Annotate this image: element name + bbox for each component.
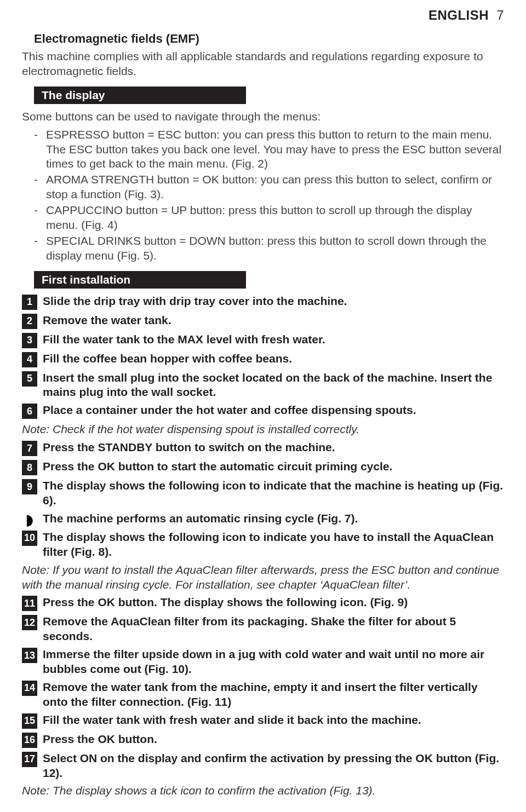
step-text: Fill the water tank to the MAX level wit…	[43, 332, 504, 347]
first-install-bar-heading: First installation	[34, 271, 246, 289]
step-item: 8Press the OK button to start the automa…	[22, 459, 504, 475]
display-list-item: SPECIAL DRINKS button = DOWN button: pre…	[34, 234, 504, 263]
step-text: Remove the water tank.	[43, 313, 504, 328]
steps-group-1: 1Slide the drip tray with drip tray cove…	[22, 294, 504, 419]
display-list-item: AROMA STRENGTH button = OK button: you c…	[34, 172, 504, 202]
step-text: Press the STANDBY button to switch on th…	[43, 440, 504, 455]
step-number: 14	[22, 681, 37, 696]
step-text: Fill the coffee bean hopper with coffee …	[43, 352, 504, 366]
step-item: 14Remove the water tank from the machine…	[22, 680, 504, 710]
steps-group-3: 10The display shows the following icon t…	[22, 530, 504, 560]
step-number: 16	[22, 733, 37, 748]
step-item: 9The display shows the following icon to…	[22, 479, 504, 508]
step-number: 6	[22, 404, 37, 419]
display-list-item: ESPRESSO button = ESC button: you can pr…	[34, 128, 504, 172]
step-number: 12	[22, 615, 37, 630]
step-item: 11Press the OK button. The display shows…	[22, 595, 504, 611]
step-number: 11	[22, 596, 37, 611]
step-item: 10The display shows the following icon t…	[22, 530, 504, 560]
step-item: 13Immerse the filter upside down in a ju…	[22, 647, 504, 677]
step-item: 17Select ON on the display and confirm t…	[22, 751, 504, 781]
page-root: ENGLISH 7 Electromagnetic fields (EMF) T…	[0, 0, 526, 812]
step-item: 1Slide the drip tray with drip tray cove…	[22, 294, 504, 310]
step-number: 9	[22, 479, 37, 494]
step-text: Place a container under the hot water an…	[43, 403, 504, 418]
display-list-item: CAPPUCCINO button = UP button: press thi…	[34, 203, 504, 233]
step-item: 3Fill the water tank to the MAX level wi…	[22, 332, 504, 348]
display-list: ESPRESSO button = ESC button: you can pr…	[22, 128, 504, 263]
language-label: ENGLISH	[428, 8, 489, 23]
step-text: The display shows the following icon to …	[43, 530, 504, 560]
emf-heading: Electromagnetic fields (EMF)	[34, 32, 504, 46]
step-number: 1	[22, 295, 37, 310]
step-item: 4Fill the coffee bean hopper with coffee…	[22, 352, 504, 367]
step-number: 4	[22, 352, 37, 367]
step-number: 10	[22, 531, 37, 546]
step-item: 2Remove the water tank.	[22, 313, 504, 329]
bullet-icon: ◗	[22, 512, 37, 527]
step-item: 15Fill the water tank with fresh water a…	[22, 713, 504, 729]
step-text: Remove the AquaClean filter from its pac…	[43, 614, 504, 644]
step-number: 5	[22, 371, 37, 387]
step-text: The display shows the following icon to …	[43, 479, 504, 508]
steps-group-2: 7Press the STANDBY button to switch on t…	[22, 440, 504, 508]
note-text: Note: The display shows a tick icon to c…	[22, 784, 504, 798]
step-number: 17	[22, 752, 37, 767]
step-text: Remove the water tank from the machine, …	[43, 680, 504, 710]
step-text: Press the OK button.	[43, 732, 504, 747]
step-text: Select ON on the display and confirm the…	[43, 751, 504, 781]
note-text: Note: Check if the hot water dispensing …	[22, 422, 504, 437]
step-item: 5Insert the small plug into the socket l…	[22, 371, 504, 400]
step-number: 15	[22, 713, 37, 729]
step-item: 12Remove the AquaClean filter from its p…	[22, 614, 504, 644]
note-text: Note: If you want to install the AquaCle…	[22, 563, 504, 592]
sub-bullet-text: The machine performs an automatic rinsin…	[43, 511, 504, 526]
step-item: 7Press the STANDBY button to switch on t…	[22, 440, 504, 456]
step-number: 2	[22, 314, 37, 329]
sub-bullet: ◗ The machine performs an automatic rins…	[22, 511, 504, 527]
step-item: 6Place a container under the hot water a…	[22, 403, 504, 419]
step-text: Fill the water tank with fresh water and…	[43, 713, 504, 728]
display-intro: Some buttons can be used to navigate thr…	[22, 110, 504, 124]
page-header: ENGLISH 7	[22, 8, 504, 23]
step-text: Press the OK button. The display shows t…	[43, 595, 504, 610]
step-text: Slide the drip tray with drip tray cover…	[43, 294, 504, 309]
emf-body: This machine complies with all applicabl…	[22, 49, 504, 79]
step-text: Insert the small plug into the socket lo…	[43, 371, 504, 400]
page-number: 7	[496, 8, 504, 23]
step-number: 13	[22, 648, 37, 663]
step-item: 16Press the OK button.	[22, 732, 504, 748]
step-number: 8	[22, 460, 37, 475]
step-text: Immerse the filter upside down in a jug …	[43, 647, 504, 677]
step-number: 3	[22, 333, 37, 348]
steps-group-4: 11Press the OK button. The display shows…	[22, 595, 504, 780]
step-text: Press the OK button to start the automat…	[43, 459, 504, 474]
step-number: 7	[22, 441, 37, 456]
display-bar-heading: The display	[34, 87, 246, 104]
